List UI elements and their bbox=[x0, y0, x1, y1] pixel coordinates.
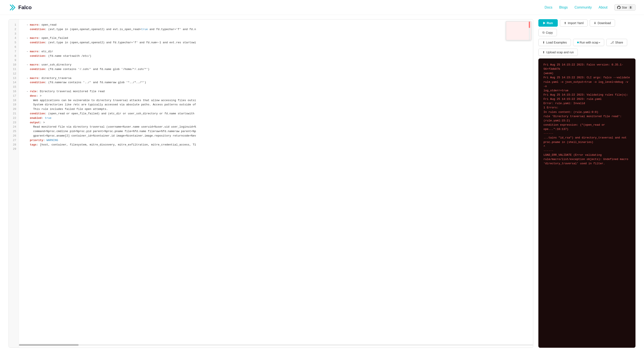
terminal-line: Fri Aug 25 14:15:22 2023: Falco version:… bbox=[544, 63, 630, 71]
code-line: command=%proc.cmdline pid=%proc.pid pare… bbox=[23, 129, 529, 134]
preview-scrollbar bbox=[529, 22, 530, 40]
dot-icon bbox=[577, 42, 579, 43]
code-line: - macro: directory_traversa bbox=[23, 76, 529, 81]
copy-label: Copy bbox=[546, 31, 553, 34]
run-with-scap-label: Run with scap bbox=[580, 41, 598, 44]
run-with-scap-button[interactable]: Run with scap ▾ bbox=[573, 39, 604, 46]
load-examples-label: Load Examples bbox=[546, 41, 567, 44]
play-icon bbox=[543, 22, 546, 24]
share-button[interactable]: ⎇ Share bbox=[606, 39, 627, 46]
terminal-line: ^ bbox=[544, 144, 630, 149]
toolbar-row-1: Run ⬆ Import Yaml ⬇ Download ⧉ Copy bbox=[538, 19, 636, 36]
code-line: condition: (fd.name contains '/.ssh/' an… bbox=[23, 67, 529, 72]
nav-community[interactable]: Community bbox=[574, 6, 592, 9]
terminal-line: rule.yaml -o json_output=true -o log_lev… bbox=[544, 80, 630, 89]
code-line bbox=[23, 58, 529, 63]
download-icon: ⬇ bbox=[594, 21, 596, 25]
chevron-down-icon: ▾ bbox=[599, 41, 600, 44]
nav-about[interactable]: About bbox=[599, 6, 608, 9]
github-star-count: 8 bbox=[628, 6, 633, 9]
import-yaml-label: Import Yaml bbox=[568, 21, 584, 25]
share-label: Share bbox=[615, 41, 623, 44]
terminal-line: Fri Aug 25 14:15:22 2023: Validating rul… bbox=[544, 93, 630, 97]
code-line: - macro: open_read bbox=[23, 23, 529, 27]
copy-icon: ⧉ bbox=[542, 31, 544, 34]
logo-area: Falco bbox=[8, 4, 32, 11]
code-line: Read monitored file via directory traver… bbox=[23, 125, 529, 129]
terminal-line: (wasm) bbox=[544, 71, 630, 76]
nav-links: Docs Blogs Community About Star 8 bbox=[544, 4, 636, 11]
terminal-line: 'directory_traversal' used in filter. bbox=[544, 161, 630, 166]
terminal-line: rule/macro/list/exception objects): Unde… bbox=[544, 157, 630, 161]
code-line bbox=[23, 45, 529, 50]
preview-thumbnail bbox=[506, 21, 531, 40]
github-icon bbox=[617, 6, 620, 9]
share-icon: ⎇ bbox=[610, 41, 614, 44]
upload-scap-label: Upload scap and run bbox=[546, 51, 574, 54]
right-panel: Run ⬆ Import Yaml ⬇ Download ⧉ Copy ⬆ Lo… bbox=[533, 19, 636, 348]
code-line: - rule: Directory traversal monitored fi… bbox=[23, 89, 529, 94]
editor-panel: 1234567891011121314151617181920212223242… bbox=[8, 19, 533, 348]
import-yaml-button[interactable]: ⬆ Import Yaml bbox=[560, 20, 588, 27]
download-button[interactable]: ⬇ Download bbox=[590, 20, 615, 27]
terminal-line: Error: rule.yaml: Invalid bbox=[544, 101, 630, 106]
code-line: This rule includes failed file open atte… bbox=[23, 107, 529, 112]
terminal-line: ------ bbox=[544, 149, 630, 153]
code-line bbox=[23, 72, 529, 76]
terminal-line: Fri Aug 25 14:15:22 2023: rule.yaml bbox=[544, 97, 630, 101]
code-line bbox=[23, 32, 529, 36]
logo-text: Falco bbox=[18, 5, 32, 11]
github-star-label: Star bbox=[622, 6, 628, 9]
code-line: enabled: true bbox=[23, 116, 529, 120]
run-label: Run bbox=[547, 21, 553, 25]
upload-scap-button[interactable]: ⬆ Upload scap and run bbox=[538, 49, 578, 56]
load-examples-button[interactable]: ⬆ Load Examples bbox=[538, 39, 571, 46]
terminal-line: In rules content: (rule.yaml:0:0) bbox=[544, 110, 630, 114]
code-line: tags: [host, container, filesystem, mitr… bbox=[23, 143, 529, 147]
code-line: condition: (fd.nameraw contains '../' an… bbox=[23, 80, 529, 85]
code-line: condition: (fd.name startswith /etc/) bbox=[23, 54, 529, 58]
upload-icon: ⬆ bbox=[542, 51, 545, 54]
navbar: Falco Docs Blogs Community About Star 8 bbox=[0, 0, 644, 15]
code-line: - macro: etc_dir bbox=[23, 50, 529, 54]
terminal-line: ------ bbox=[544, 131, 630, 136]
load-examples-icon: ⬆ bbox=[542, 41, 545, 44]
editor-scrollbar-track[interactable] bbox=[19, 344, 533, 346]
copy-button[interactable]: ⧉ Copy bbox=[538, 29, 557, 36]
run-button[interactable]: Run bbox=[538, 19, 558, 27]
import-icon: ⬆ bbox=[564, 21, 566, 25]
editor-scrollbar-thumb[interactable] bbox=[19, 344, 78, 346]
terminal-line: proc.pname in (shell_binaries) bbox=[544, 140, 630, 144]
code-line: gparent=%proc.aname[2] container_id=%con… bbox=[23, 134, 529, 138]
terminal-line: ...tains "id_rsa") and directory_travers… bbox=[544, 136, 630, 140]
terminal-line: rule 'Directory traversal monitored file… bbox=[544, 114, 630, 119]
code-editor[interactable]: - macro: open_read condition: (evt.type … bbox=[19, 20, 533, 347]
code-line: condition: (evt.type in (open,openat,ope… bbox=[23, 27, 529, 32]
code-line: condition: (open_read or open_file_faile… bbox=[23, 112, 529, 116]
terminal-line: LOAD_ERR_VALIDATE (Error validating bbox=[544, 153, 630, 157]
editor-inner[interactable]: 1234567891011121314151617181920212223242… bbox=[9, 20, 533, 347]
terminal-line: (rule.yaml:15:2) bbox=[544, 119, 630, 123]
code-line: System directories like /etc are typical… bbox=[23, 103, 529, 107]
nav-docs[interactable]: Docs bbox=[544, 6, 552, 9]
code-line: - macro: open_file_failed bbox=[23, 36, 529, 41]
upload-row: ⬆ Upload scap and run bbox=[538, 49, 636, 56]
code-line: desc: > bbox=[23, 94, 529, 98]
code-line: Web applications can be vulnerable to di… bbox=[23, 98, 529, 103]
code-line bbox=[23, 85, 529, 89]
falco-logo-icon bbox=[8, 4, 16, 11]
terminal-line: log_stderr=true bbox=[544, 89, 630, 93]
terminal-output: Fri Aug 25 14:15:22 2023: Falco version:… bbox=[538, 58, 636, 348]
code-line: condition: (evt.type in (open,openat,ope… bbox=[23, 41, 529, 45]
terminal-line: 1 Errors: bbox=[544, 106, 630, 110]
terminal-line: Fri Aug 25 14:15:22 2023: CLI args: falc… bbox=[544, 76, 630, 80]
code-line bbox=[23, 147, 529, 151]
code-line: output: > bbox=[23, 120, 529, 125]
code-line: - macro: user_ssh_directory bbox=[23, 63, 529, 67]
toolbar-row-2: ⬆ Load Examples Run with scap ▾ ⎇ Share bbox=[538, 39, 636, 46]
nav-blogs[interactable]: Blogs bbox=[559, 6, 568, 9]
terminal-line: condition expression: ("(open_read or op… bbox=[544, 123, 630, 131]
line-numbers: 1234567891011121314151617181920212223242… bbox=[9, 20, 19, 347]
code-line: priority: WARNING bbox=[23, 138, 529, 143]
github-star-button[interactable]: Star 8 bbox=[614, 4, 636, 11]
